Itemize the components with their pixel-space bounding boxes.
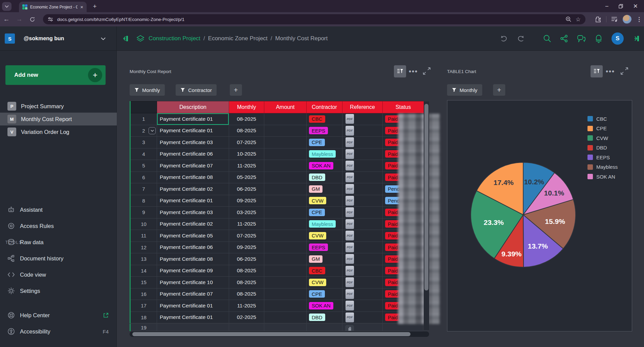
table-vertical-scrollbar[interactable]: [424, 101, 429, 330]
sidebar-item-raw-data[interactable]: Raw data: [0, 235, 117, 249]
monthly-cell[interactable]: [229, 324, 264, 331]
description-cell[interactable]: Payment Certificate 01: [157, 195, 229, 207]
row-number-cell[interactable]: 8: [131, 195, 157, 207]
window-restore-button[interactable]: [619, 4, 623, 8]
status-cell[interactable]: Paid: [383, 125, 424, 137]
pdf-icon[interactable]: PDF: [346, 184, 354, 194]
tab-close-icon[interactable]: ×: [80, 4, 83, 9]
reference-cell[interactable]: PDF: [342, 148, 383, 160]
add-filter-button[interactable]: +: [230, 84, 242, 96]
description-cell[interactable]: Payment Certificate 02: [157, 218, 229, 230]
contractor-cell[interactable]: CPE: [307, 207, 342, 218]
description-cell[interactable]: Payment Certificate 03: [157, 207, 229, 218]
monthly-cell[interactable]: 08-2025: [229, 125, 264, 137]
description-cell[interactable]: Payment Certificate 08: [157, 253, 229, 265]
monthly-cell[interactable]: 09-2025: [229, 195, 264, 207]
breadcrumb-document[interactable]: Economic Zone Project: [208, 35, 268, 42]
row-number-cell[interactable]: 2: [131, 125, 157, 137]
sidebar-page-item[interactable]: VVariation Order Log: [0, 125, 117, 138]
zoom-page-icon[interactable]: [565, 16, 572, 22]
pdf-icon[interactable]: PDF: [346, 149, 354, 159]
contractor-cell[interactable]: GM: [307, 253, 342, 265]
contractor-cell[interactable]: Maybless: [307, 148, 342, 160]
pdf-icon[interactable]: PDF: [346, 126, 354, 136]
status-cell[interactable]: [383, 324, 423, 331]
pdf-icon[interactable]: PDF: [346, 172, 354, 182]
status-cell[interactable]: Paid: [383, 242, 424, 254]
pdf-icon[interactable]: PDF: [346, 196, 354, 206]
pdf-icon[interactable]: PDF: [346, 313, 354, 322]
status-cell[interactable]: Paid: [383, 300, 424, 312]
column-header-status[interactable]: Status: [383, 101, 424, 113]
row-number-cell[interactable]: 11: [131, 230, 157, 242]
chat-icon[interactable]: [577, 34, 586, 43]
amount-cell[interactable]: [264, 160, 307, 172]
description-cell[interactable]: Payment Certificate 08: [157, 172, 229, 184]
row-number-cell[interactable]: 10: [131, 218, 157, 230]
status-cell[interactable]: Paid: [383, 160, 424, 172]
row-number-cell[interactable]: 17: [131, 300, 157, 312]
scrollbar-thumb[interactable]: [424, 104, 428, 291]
description-cell[interactable]: Payment Certificate 05: [157, 230, 229, 242]
status-cell[interactable]: Paid: [383, 288, 424, 300]
amount-cell[interactable]: [264, 218, 307, 230]
amount-cell[interactable]: [264, 242, 307, 254]
reference-cell[interactable]: PDF: [342, 218, 383, 230]
monthly-cell[interactable]: 11-2025: [229, 218, 264, 230]
contractor-cell[interactable]: CVW: [307, 195, 342, 207]
sidebar-item-help-center[interactable]: Help Center: [0, 308, 117, 322]
pdf-icon[interactable]: PDF: [346, 207, 354, 217]
amount-cell[interactable]: [264, 265, 307, 277]
reference-cell[interactable]: PDF: [342, 207, 383, 218]
row-number-cell[interactable]: 19: [131, 324, 157, 331]
row-number-header[interactable]: [131, 101, 157, 113]
amount-cell[interactable]: [264, 312, 307, 324]
account-menu[interactable]: S @sokmeng bun: [0, 26, 117, 51]
amount-cell[interactable]: [264, 230, 307, 242]
reference-cell[interactable]: PDF: [342, 242, 383, 254]
monthly-cell[interactable]: 07-2025: [229, 230, 264, 242]
forward-button[interactable]: →: [13, 16, 26, 23]
monthly-cell[interactable]: 02-2025: [229, 312, 264, 324]
filter-chip-contractor[interactable]: Contractor: [176, 84, 217, 96]
status-cell[interactable]: Paid: [383, 218, 424, 230]
contractor-cell[interactable]: DBD: [307, 172, 342, 184]
status-cell[interactable]: Paid: [383, 113, 424, 125]
monthly-cell[interactable]: 06-2025: [229, 253, 264, 265]
share-icon[interactable]: [560, 34, 568, 43]
table-sort-filter-button[interactable]: [394, 65, 406, 77]
pie-chart[interactable]: 10.2%10.1%15.9%13.7%9.39%23.3%17.4%: [447, 121, 603, 310]
table-horizontal-scrollbar[interactable]: [130, 331, 429, 337]
legend-item[interactable]: CBC: [587, 114, 618, 124]
legend-item[interactable]: DBD: [587, 143, 618, 153]
column-header-contractor[interactable]: Contractor: [307, 101, 342, 113]
monthly-cell[interactable]: 08-2025: [229, 288, 264, 300]
open-right-panel-icon[interactable]: [632, 36, 639, 42]
amount-cell[interactable]: [264, 300, 307, 312]
monthly-cell[interactable]: 08-2025: [229, 265, 264, 277]
redo-icon[interactable]: [517, 35, 525, 42]
amount-cell[interactable]: [264, 137, 307, 148]
browser-profile-avatar[interactable]: [623, 15, 631, 24]
pdf-icon[interactable]: PDF: [346, 219, 354, 229]
monthly-cell[interactable]: 09-2025: [229, 242, 264, 254]
column-header-reference[interactable]: Reference: [342, 101, 383, 113]
tab-search-button[interactable]: [2, 2, 12, 11]
table-widget-menu-button[interactable]: •••: [409, 68, 418, 75]
description-cell[interactable]: Payment Certificate 07: [157, 288, 229, 300]
sidebar-item-accessibility[interactable]: AccessibilityF4: [0, 325, 117, 338]
amount-cell[interactable]: [264, 253, 307, 265]
reference-cell[interactable]: PDF: [342, 312, 383, 324]
description-cell[interactable]: Payment Certificate 10: [157, 277, 229, 288]
new-tab-button[interactable]: +: [91, 3, 99, 10]
amount-cell[interactable]: [264, 207, 307, 218]
new-record-row[interactable]: 19: [130, 324, 423, 331]
contractor-cell[interactable]: CPE: [307, 137, 342, 148]
description-cell[interactable]: Payment Certificate 02: [157, 183, 229, 195]
monthly-cell[interactable]: 08-2025: [229, 113, 264, 125]
row-number-cell[interactable]: 16: [131, 288, 157, 300]
sidebar-item-code-view[interactable]: Code view: [0, 268, 117, 281]
pdf-icon[interactable]: PDF: [346, 242, 354, 252]
description-cell[interactable]: Payment Certificate 01: [157, 113, 229, 125]
user-avatar[interactable]: S: [612, 32, 624, 45]
